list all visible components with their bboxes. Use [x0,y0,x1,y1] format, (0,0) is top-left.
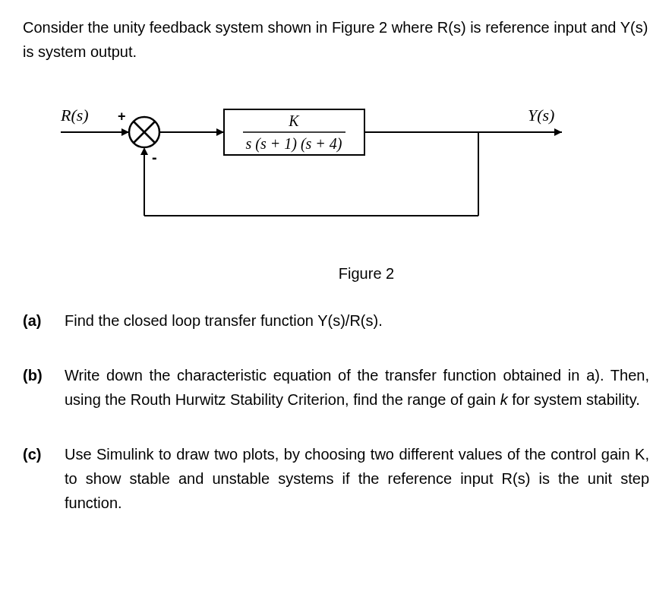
question-b-label: (b) [23,363,65,412]
question-c-text: Use Simulink to draw two plots, by choos… [65,442,649,515]
output-label: Y(s) [528,106,554,125]
figure-caption: Figure 2 [84,261,649,286]
control-system-diagram: R(s) + - K s (s + 1) (s + 4) Y(s) [46,94,615,246]
svg-marker-14 [140,147,148,155]
question-b-text: Write down the characteristic equation o… [65,363,649,412]
tf-numerator: K [288,112,300,129]
question-a: (a) Find the closed loop transfer functi… [23,308,649,333]
question-a-text: Find the closed loop transfer function Y… [65,308,649,333]
svg-marker-10 [554,128,562,136]
question-a-label: (a) [23,308,65,333]
question-b: (b) Write down the characteristic equati… [23,363,649,412]
question-c: (c) Use Simulink to draw two plots, by c… [23,442,649,515]
question-b-italic: k [500,391,508,408]
question-b-part2: for system stability. [508,391,640,408]
plus-sign: + [118,109,126,124]
block-diagram: R(s) + - K s (s + 1) (s + 4) Y(s) [46,94,649,246]
intro-text: Consider the unity feedback system shown… [23,15,649,64]
minus-sign: - [152,149,157,166]
input-label: R(s) [60,106,89,125]
svg-marker-6 [216,128,224,136]
question-c-label: (c) [23,442,65,515]
tf-denominator: s (s + 1) (s + 4) [246,135,342,153]
svg-marker-1 [121,128,129,136]
